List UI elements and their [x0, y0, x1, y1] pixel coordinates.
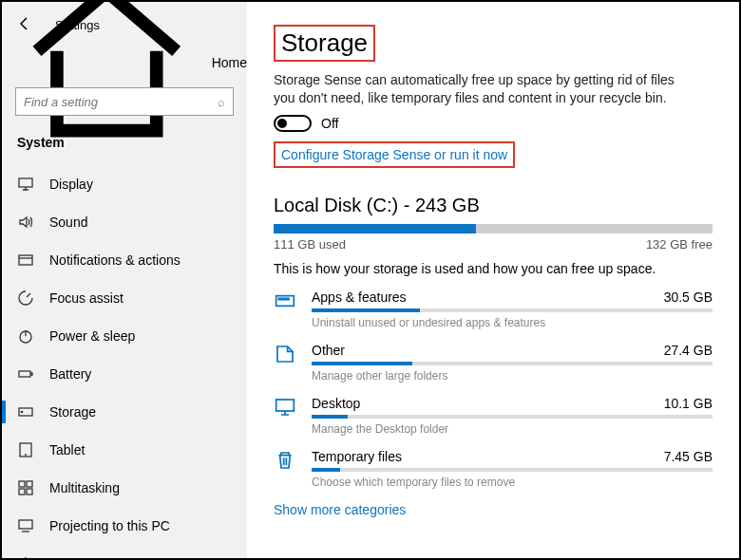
projecting-icon	[17, 517, 34, 534]
category-bar	[312, 362, 712, 365]
category-hint: Choose which temporary files to remove	[312, 476, 712, 489]
svg-rect-14	[282, 298, 285, 299]
category-body: Desktop 10.1 GB Manage the Desktop folde…	[312, 396, 712, 436]
sidebar-item-storage[interactable]: Storage	[2, 393, 247, 431]
category-name: Temporary files	[312, 449, 402, 464]
svg-rect-11	[19, 520, 32, 529]
sidebar-item-label: Display	[49, 177, 93, 192]
category-body: Other 27.4 GB Manage other large folders	[312, 343, 712, 383]
sidebar-item-label: Focus assist	[49, 290, 124, 306]
sidebar-item-label: Storage	[49, 404, 96, 420]
svg-rect-9	[19, 489, 25, 495]
category-name: Other	[312, 343, 345, 358]
storage-icon	[17, 403, 34, 420]
page-title: Storage	[274, 25, 375, 62]
sidebar-item-power[interactable]: Power & sleep	[2, 317, 247, 355]
show-more-link[interactable]: Show more categories	[274, 502, 406, 517]
svg-rect-13	[278, 298, 281, 299]
sidebar-item-multitask[interactable]: Multitasking	[2, 469, 247, 507]
main-content: Storage Storage Sense can automatically …	[247, 2, 739, 558]
storage-sense-toggle[interactable]	[274, 115, 312, 132]
temp-icon	[274, 449, 296, 472]
disk-usage-bar	[274, 224, 712, 233]
category-bar	[312, 308, 712, 312]
category-name: Desktop	[312, 396, 360, 411]
svg-rect-12	[276, 295, 294, 306]
sidebar-item-focus[interactable]: Focus assist	[2, 279, 247, 317]
nav-list: DisplaySoundNotifications & actionsFocus…	[2, 165, 247, 558]
sidebar-item-projecting[interactable]: Projecting to this PC	[2, 507, 247, 545]
settings-window: Settings Home ⌕ System DisplaySoundNotif…	[0, 0, 741, 560]
focus-icon	[17, 289, 34, 307]
sidebar-item-display[interactable]: Display	[2, 165, 247, 203]
svg-point-5	[21, 411, 22, 412]
display-icon	[17, 176, 34, 193]
svg-rect-8	[27, 481, 32, 487]
home-label: Home	[212, 55, 247, 70]
other-icon	[274, 343, 296, 365]
disk-title: Local Disk (C:) - 243 GB	[274, 195, 712, 216]
sidebar-item-shared[interactable]: Shared experiences	[2, 545, 247, 558]
svg-rect-10	[27, 489, 32, 495]
sidebar-item-label: Sound	[49, 215, 87, 230]
sidebar-item-label: Projecting to this PC	[49, 518, 170, 533]
category-hint: Manage other large folders	[312, 369, 712, 383]
disk-usage-labels: 111 GB used 132 GB free	[274, 237, 712, 252]
breakdown-desc: This is how your storage is used and how…	[274, 261, 712, 276]
category-size: 7.45 GB	[664, 449, 712, 464]
category-other[interactable]: Other 27.4 GB Manage other large folders	[274, 343, 712, 383]
sidebar-item-battery[interactable]: Battery	[2, 355, 247, 393]
storage-sense-desc: Storage Sense can automatically free up …	[274, 71, 692, 107]
sidebar-item-label: Tablet	[49, 442, 85, 457]
svg-rect-15	[286, 298, 289, 299]
battery-icon	[17, 365, 34, 383]
sidebar-item-notifications[interactable]: Notifications & actions	[2, 241, 247, 279]
sound-icon	[17, 214, 34, 231]
sidebar-item-label: Shared experiences	[49, 556, 168, 558]
category-hint: Uninstall unused or undesired apps & fea…	[312, 316, 712, 329]
category-size: 30.5 GB	[664, 289, 712, 305]
search-input[interactable]: ⌕	[15, 87, 234, 116]
sidebar-item-home[interactable]: Home	[2, 44, 247, 82]
free-label: 132 GB free	[646, 237, 712, 252]
toggle-label: Off	[321, 116, 338, 131]
apps-icon	[274, 289, 296, 312]
category-body: Temporary files 7.45 GB Choose which tem…	[312, 449, 712, 489]
power-icon	[17, 327, 34, 345]
tablet-icon	[17, 441, 34, 458]
category-bar	[312, 415, 712, 419]
svg-rect-7	[19, 481, 25, 487]
notifications-icon	[17, 252, 34, 269]
multitask-icon	[17, 479, 34, 496]
sidebar: Settings Home ⌕ System DisplaySoundNotif…	[2, 2, 247, 558]
category-desktop[interactable]: Desktop 10.1 GB Manage the Desktop folde…	[274, 396, 712, 436]
category-body: Apps & features 30.5 GB Uninstall unused…	[312, 289, 712, 329]
section-title: System	[2, 127, 247, 165]
category-bar	[312, 468, 712, 472]
configure-link-box: Configure Storage Sense or run it now	[274, 141, 515, 168]
configure-storage-sense-link[interactable]: Configure Storage Sense or run it now	[281, 147, 507, 162]
sidebar-item-label: Multitasking	[49, 480, 120, 495]
svg-rect-0	[19, 178, 32, 187]
search-icon: ⌕	[218, 95, 225, 109]
category-name: Apps & features	[312, 289, 407, 305]
category-hint: Manage the Desktop folder	[312, 422, 712, 436]
sidebar-item-label: Battery	[49, 366, 91, 382]
category-apps[interactable]: Apps & features 30.5 GB Uninstall unused…	[274, 289, 712, 329]
shared-icon	[17, 555, 34, 558]
category-size: 27.4 GB	[664, 343, 712, 358]
show-more-row: Show more categories	[274, 502, 712, 517]
desktop-icon	[274, 396, 296, 419]
sidebar-item-sound[interactable]: Sound	[2, 203, 247, 241]
svg-rect-1	[19, 255, 32, 265]
svg-rect-16	[276, 400, 294, 411]
category-temp[interactable]: Temporary files 7.45 GB Choose which tem…	[274, 449, 712, 489]
sidebar-item-label: Notifications & actions	[49, 252, 180, 268]
storage-sense-toggle-row: Off	[274, 115, 712, 132]
used-label: 111 GB used	[274, 237, 346, 252]
sidebar-item-label: Power & sleep	[49, 328, 135, 344]
svg-rect-3	[19, 371, 30, 377]
sidebar-item-tablet[interactable]: Tablet	[2, 431, 247, 469]
search-field[interactable]	[24, 95, 218, 109]
category-size: 10.1 GB	[664, 396, 712, 411]
